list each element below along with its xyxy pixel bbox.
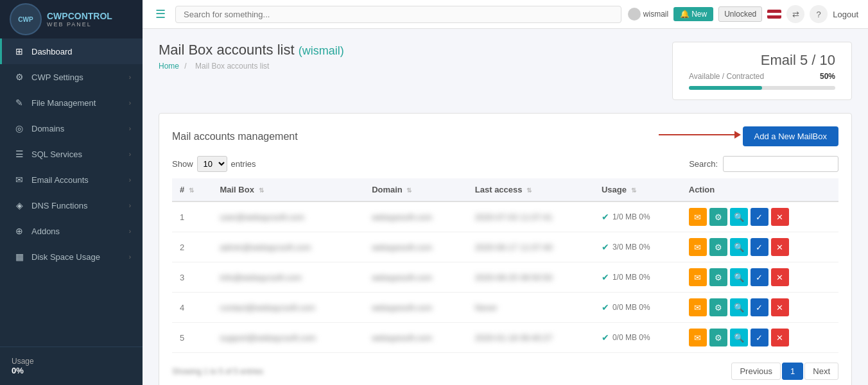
email-stats-sub: Available / Contracted 50% [689, 72, 835, 81]
cell-action: ✉ ⚙ 🔍 ✓ ✕ [681, 201, 838, 232]
menu-toggle[interactable]: ☰ [152, 4, 169, 24]
email-action-button[interactable]: ✉ [689, 208, 707, 226]
check-action-button[interactable]: ✓ [751, 329, 768, 346]
search-input[interactable] [175, 6, 621, 23]
delete-action-button[interactable]: ✕ [771, 208, 789, 226]
cell-action: ✉ ⚙ 🔍 ✓ ✕ [681, 262, 838, 293]
search-action-button[interactable]: 🔍 [730, 268, 748, 286]
logout-button[interactable]: Logout [833, 10, 858, 19]
table-head: # ⇅ Mail Box ⇅ Domain ⇅ Last access ⇅ Us… [172, 178, 838, 201]
logo-sub: WEB PANEL [47, 21, 112, 28]
main-area: ☰ wismail 🔔 New Unlocked ⇄ ? Logout Mail… [143, 0, 868, 385]
delete-action-button[interactable]: ✕ [771, 329, 789, 346]
dns-icon: ◈ [13, 200, 25, 210]
cell-num: 3 [172, 262, 212, 293]
user-avatar [628, 8, 641, 21]
usage-value: 1/0 MB 0% [612, 212, 650, 221]
usage-value: 0/0 MB 0% [612, 303, 650, 312]
sidebar-item-cwp-settings[interactable]: ⚙ CWP Settings › [0, 64, 143, 90]
email-action-button[interactable]: ✉ [689, 329, 707, 346]
check-action-button[interactable]: ✓ [751, 238, 768, 256]
check-action-button[interactable]: ✓ [751, 208, 768, 226]
entries-select[interactable]: 10 25 50 [197, 156, 227, 172]
chevron-icon-6: › [129, 202, 131, 209]
check-action-button[interactable]: ✓ [751, 298, 768, 316]
arrow-decoration [659, 134, 736, 135]
settings-action-button[interactable]: ⚙ [709, 298, 727, 316]
email-action-button[interactable]: ✉ [689, 298, 707, 316]
col-action: Action [681, 178, 838, 201]
disk-icon: ▦ [13, 252, 25, 262]
search-action-button[interactable]: 🔍 [730, 238, 748, 256]
sidebar-label-file-management: File Management [31, 98, 96, 108]
language-flag[interactable] [767, 10, 781, 19]
sidebar-item-sql-services[interactable]: ☰ SQL Services › [0, 141, 143, 167]
sidebar-item-email-accounts[interactable]: ✉ Email Accounts › [0, 167, 143, 193]
cell-usage: ✔ 0/0 MB 0% [594, 323, 681, 353]
sidebar-item-domains[interactable]: ◎ Domains › [0, 116, 143, 141]
content-area: Mail Box accounts list (wismail) Home / … [143, 29, 868, 385]
cell-mailbox: contact@webaycsoft.com [212, 293, 364, 323]
email-stats-pct: 50% [820, 72, 835, 81]
settings-action-button[interactable]: ⚙ [709, 238, 727, 256]
cell-action: ✉ ⚙ 🔍 ✓ ✕ [681, 232, 838, 262]
cell-mailbox: user@webaycsoft.com [212, 201, 364, 232]
cell-domain: webayesoft.com [364, 232, 467, 262]
cell-action: ✉ ⚙ 🔍 ✓ ✕ [681, 293, 838, 323]
cell-usage: ✔ 1/0 MB 0% [594, 201, 681, 232]
sidebar-item-dashboard[interactable]: ⊞ Dashboard [0, 38, 143, 64]
usage-icon: ✔ [602, 272, 609, 282]
sidebar-label-email-accounts: Email Accounts [31, 175, 89, 185]
delete-action-button[interactable]: ✕ [771, 268, 789, 286]
unlocked-button[interactable]: Unlocked [718, 6, 762, 22]
table-body: 1 user@webaycsoft.com webayesoft.com 202… [172, 201, 838, 353]
chevron-icon-4: › [129, 151, 131, 158]
sidebar-label-dashboard: Dashboard [31, 47, 73, 56]
cell-last-access: 2020-07-03 11:07:41 [467, 201, 594, 232]
help-icon[interactable]: ? [810, 5, 828, 23]
cell-last-access: Never [467, 293, 594, 323]
next-button[interactable]: Next [804, 363, 838, 380]
delete-action-button[interactable]: ✕ [771, 298, 789, 316]
settings-action-button[interactable]: ⚙ [709, 329, 727, 346]
table-search-input[interactable] [723, 156, 838, 172]
usage-value: 0/0 MB 0% [612, 333, 650, 342]
col-mailbox: Mail Box ⇅ [212, 178, 364, 201]
chevron-icon-8: › [129, 253, 131, 261]
search-action-button[interactable]: 🔍 [730, 298, 748, 316]
delete-action-button[interactable]: ✕ [771, 238, 789, 256]
sidebar-item-disk-space[interactable]: ▦ Disk Space Usage › [0, 244, 143, 270]
sidebar-item-file-management[interactable]: ✎ File Management › [0, 90, 143, 116]
cell-domain: webayesoft.com [364, 201, 467, 232]
settings-action-button[interactable]: ⚙ [709, 208, 727, 226]
search-label: Search: [689, 159, 718, 169]
show-label: Show [172, 159, 193, 169]
check-action-button[interactable]: ✓ [751, 268, 768, 286]
progress-bar-fill [689, 86, 762, 90]
username: wismail [643, 10, 668, 19]
usage-icon: ✔ [602, 302, 609, 312]
sidebar-item-dns-functions[interactable]: ◈ DNS Functions › [0, 193, 143, 218]
breadcrumb-current: Mail Box accounts list [195, 62, 269, 71]
settings-action-button[interactable]: ⚙ [709, 268, 727, 286]
previous-button[interactable]: Previous [731, 363, 781, 380]
usage-value: 3/0 MB 0% [612, 243, 650, 252]
page-1-button[interactable]: 1 [782, 363, 803, 380]
cell-mailbox: support@webaycsoft.com [212, 323, 364, 353]
table-row: 1 user@webaycsoft.com webayesoft.com 202… [172, 201, 838, 232]
add-mailbox-button[interactable]: Add a New MailBox [743, 126, 838, 146]
email-action-button[interactable]: ✉ [689, 268, 707, 286]
pagination: Previous 1 Next [731, 363, 838, 380]
share-icon[interactable]: ⇄ [786, 5, 804, 23]
new-button[interactable]: 🔔 New [673, 7, 713, 21]
breadcrumb-home[interactable]: Home [159, 62, 179, 71]
chevron-icon-3: › [129, 125, 131, 132]
table-row: 4 contact@webaycsoft.com webayesoft.com … [172, 293, 838, 323]
cell-num: 1 [172, 201, 212, 232]
search-action-button[interactable]: 🔍 [730, 208, 748, 226]
table-footer: Showing 1 to 5 of 5 entries Previous 1 N… [172, 363, 838, 380]
sidebar-item-addons[interactable]: ⊕ Addons › [0, 218, 143, 244]
email-action-button[interactable]: ✉ [689, 238, 707, 256]
search-action-button[interactable]: 🔍 [730, 329, 748, 346]
mail-accounts-card: Mail accounts management Add a New MailB… [159, 113, 852, 385]
